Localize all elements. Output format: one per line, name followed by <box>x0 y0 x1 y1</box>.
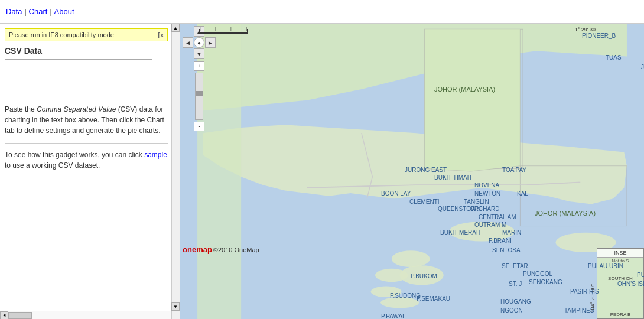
map-svg <box>180 24 644 319</box>
map-nav-center-button[interactable]: ● <box>194 37 204 48</box>
sample-text: To see how this gadget works, you can cl… <box>5 149 168 171</box>
left-panel: Please run in IE8 compatibility mode [x … <box>0 24 180 319</box>
bottom-scroll-track <box>8 311 171 320</box>
map-nav-right-button[interactable]: ► <box>205 37 216 48</box>
data-tab-link[interactable]: Data <box>6 7 22 16</box>
zoom-slider[interactable] <box>195 73 203 120</box>
watermark-one: one <box>183 245 196 254</box>
left-scrollbar[interactable] <box>171 24 180 319</box>
divider <box>5 143 168 144</box>
bottom-scroll-thumb[interactable] <box>8 312 32 319</box>
coordinate-label-longitude: 104° 20' 00" <box>590 284 596 313</box>
svg-point-5 <box>375 269 408 282</box>
zoom-out-button[interactable]: - <box>194 122 204 131</box>
zoom-in-button[interactable]: + <box>194 61 204 71</box>
bottom-scroll-left-button[interactable]: ◄ <box>0 311 8 320</box>
about-tab-link[interactable]: About <box>54 7 74 16</box>
sep1: | <box>24 8 26 16</box>
watermark-map: map <box>196 245 212 254</box>
svg-point-7 <box>380 297 419 308</box>
top-navigation: Data | Chart | About <box>0 0 644 24</box>
map-nav-left-button[interactable]: ◄ <box>183 37 193 48</box>
svg-point-3 <box>392 250 430 267</box>
map-panel[interactable]: ▲ ◄ ● ► ▼ + - | | | | <box>180 24 644 319</box>
svg-point-6 <box>371 286 402 297</box>
description-text: Paste the Comma Separated Value (CSV) da… <box>5 104 168 136</box>
main-content: Please run in IE8 compatibility mode [x … <box>0 24 644 319</box>
inset-map-box: INSE Not to S SOUTH CH PEDRA B <box>597 248 644 319</box>
svg-point-2 <box>449 222 515 241</box>
warning-bar: Please run in IE8 compatibility mode [x <box>5 28 168 41</box>
warning-close-button[interactable]: [x <box>158 31 164 38</box>
sample-prefix: To see how this gadget works, you can cl… <box>5 151 144 159</box>
csv-section-title: CSV Data <box>5 46 168 56</box>
inset-subtitle: Not to S <box>597 258 643 264</box>
left-scrollbar-down-button[interactable]: ▼ <box>171 302 180 311</box>
left-panel-content: Please run in IE8 compatibility mode [x … <box>0 24 180 311</box>
left-bottom-scrollbar[interactable]: ◄ ► <box>0 311 180 319</box>
sep2: | <box>50 8 51 16</box>
csv-textarea-container <box>5 59 168 99</box>
scale-bar: | | | | <box>199 27 248 34</box>
inset-south-china-sea: SOUTH CH <box>597 276 643 281</box>
chart-tab-link[interactable]: Chart <box>29 7 48 16</box>
coordinate-label-latitude: 1° 29' 30 <box>575 27 596 32</box>
map-watermark: one map ©2010 OneMap <box>183 245 259 254</box>
csv-textarea[interactable] <box>5 59 152 97</box>
zoom-thumb[interactable] <box>196 91 203 96</box>
map-nav-down-button[interactable]: ▼ <box>194 48 204 59</box>
warning-text: Please run in IE8 compatibility mode <box>9 31 114 38</box>
sample-link[interactable]: sample <box>144 151 167 159</box>
inset-pedra-branca: PEDRA B <box>597 312 643 317</box>
watermark-copyright: ©2010 OneMap <box>213 246 259 253</box>
map-navigation-controls: ▲ ◄ ● ► ▼ + - <box>183 26 216 131</box>
left-scrollbar-up-button[interactable]: ▲ <box>171 24 180 32</box>
inset-title: INSE <box>597 249 643 258</box>
sample-suffix: to use a working CSV dataset. <box>5 161 100 170</box>
